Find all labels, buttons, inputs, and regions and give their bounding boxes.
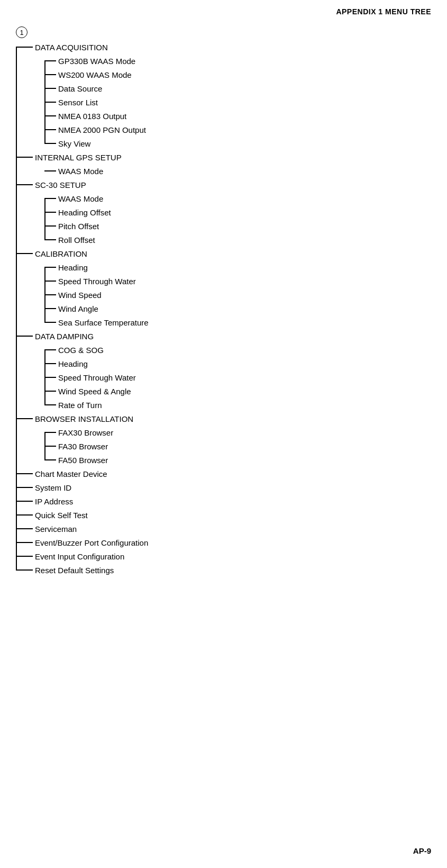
child-connector-line (44, 322, 56, 323)
tree-row: Heading Offset (44, 205, 111, 219)
tree-item-label: Wind Speed (58, 291, 102, 300)
child-connector-line (44, 60, 56, 61)
tree-row: Heading (44, 260, 88, 274)
child-connector-line (44, 115, 56, 116)
child-connector-line (44, 308, 56, 309)
tree-item-label: Speed Through Water (58, 277, 136, 286)
tree-item-label: FA50 Browser (58, 456, 108, 465)
tree-row: DATA ACQUISITION (16, 40, 108, 54)
tree-item-label: COG & SOG (58, 346, 104, 355)
tree-item-label: Data Source (58, 84, 102, 93)
child-connector-line (44, 377, 56, 378)
tree-item-label: Chart Master Device (35, 469, 107, 478)
child-connector-line (44, 267, 56, 268)
tree-wrapper: DATA ACQUISITIONGP330B WAAS ModeWS200 WA… (16, 40, 28, 582)
tree-item-label: WS200 WAAS Mode (58, 70, 132, 79)
header-title: APPENDIX 1 MENU TREE (336, 7, 431, 16)
tree-item-label: FAX30 Browser (58, 428, 113, 437)
tree-item-label: Wind Angle (58, 304, 98, 313)
tree-item-label: Heading (58, 263, 88, 272)
tree-row: GP330B WAAS Mode (44, 54, 135, 68)
tree-row: WS200 WAAS Mode (44, 68, 132, 82)
tree-row: Serviceman (16, 522, 77, 536)
root-connector-line (16, 514, 33, 516)
tree-item-label: Speed Through Water (58, 373, 136, 382)
tree-row: FA50 Browser (44, 453, 108, 467)
tree-item-label: Roll Offset (58, 236, 95, 245)
child-connector-line (44, 129, 56, 130)
tree-row: WAAS Mode (44, 192, 103, 205)
root-connector-line (16, 542, 33, 543)
child-connector-line (44, 239, 56, 240)
root-connector-line (16, 253, 33, 254)
tree-row: COG & SOG (44, 343, 104, 357)
child-connector-line (44, 225, 56, 227)
child-connector-line (44, 88, 56, 89)
child-connector-line (44, 281, 56, 282)
child-connector-line (44, 349, 56, 350)
tree-row: SC-30 SETUP (16, 178, 86, 192)
tree-item-label: CALIBRATION (35, 249, 87, 258)
tree-row: Sky View (44, 137, 90, 150)
tree-row: DATA DAMPING (16, 329, 94, 343)
tree-item-label: Sea Surface Temperature (58, 318, 149, 327)
tree-item-label: Quick Self Test (35, 511, 88, 520)
tree-item-label: System ID (35, 483, 71, 492)
child-connector-line (44, 170, 56, 171)
tree-item-label: Reset Default Settings (35, 566, 114, 575)
child-connector-line (44, 459, 56, 460)
tree-item-label: IP Address (35, 497, 73, 506)
tree-row: Wind Speed & Angle (44, 384, 131, 398)
tree-row: WAAS Mode (44, 164, 103, 178)
tree-row: Sea Surface Temperature (44, 315, 149, 329)
tree-row: System ID (16, 481, 71, 494)
tree-item-label: DATA ACQUISITION (35, 43, 108, 52)
tree-item-label: Event Input Configuration (35, 552, 124, 561)
tree-row: Wind Speed (44, 288, 102, 302)
tree-row: Chart Master Device (16, 467, 107, 481)
tree-item-label: Heading (58, 359, 88, 368)
tree-item-label: SC-30 SETUP (35, 180, 86, 189)
root-connector-line (16, 184, 33, 185)
tree-row: BROWSER INSTALLATION (16, 412, 133, 426)
tree-item-label: Heading Offset (58, 208, 111, 217)
tree-row: NMEA 0183 Output (44, 109, 126, 123)
tree-row: INTERNAL GPS SETUP (16, 150, 122, 164)
root-connector-line (16, 528, 33, 529)
menu-tree: DATA ACQUISITIONGP330B WAAS ModeWS200 WA… (16, 40, 28, 582)
child-connector-line (44, 446, 56, 447)
tree-row: Quick Self Test (16, 508, 88, 522)
page-number: AP-9 (413, 846, 431, 855)
child-connector-line (44, 294, 56, 295)
root-connector-line (16, 487, 33, 488)
child-connector-line (44, 391, 56, 392)
page-footer: AP-9 (413, 846, 431, 855)
page-header: APPENDIX 1 MENU TREE (336, 7, 431, 16)
circle-marker: 1 (16, 26, 28, 38)
root-connector-line (16, 569, 33, 571)
tree-item-label: Sky View (58, 139, 90, 148)
tree-row: NMEA 2000 PGN Output (44, 123, 146, 137)
tree-row: Sensor List (44, 95, 98, 109)
tree-item-label: FA30 Browser (58, 442, 108, 451)
tree-item-label: Event/Buzzer Port Configuration (35, 538, 148, 547)
tree-row: CALIBRATION (16, 247, 87, 260)
tree-row: FAX30 Browser (44, 426, 113, 439)
root-connector-line (16, 418, 33, 419)
root-connector-line (16, 501, 33, 502)
tree-item-label: NMEA 2000 PGN Output (58, 125, 146, 134)
tree-row: Rate of Turn (44, 398, 102, 412)
tree-item-label: BROWSER INSTALLATION (35, 414, 133, 423)
child-connector-line (44, 102, 56, 103)
tree-item-label: WAAS Mode (58, 167, 103, 176)
tree-row: Event Input Configuration (16, 549, 124, 563)
child-connector-line (44, 432, 56, 433)
tree-item-label: GP330B WAAS Mode (58, 57, 135, 66)
root-connector-line (16, 47, 33, 48)
tree-item-label: Pitch Offset (58, 222, 99, 231)
tree-row: IP Address (16, 494, 73, 508)
tree-item-label: Sensor List (58, 98, 98, 107)
child-connector-line (44, 143, 56, 144)
child-connector-line (44, 74, 56, 75)
tree-row: Speed Through Water (44, 370, 136, 384)
